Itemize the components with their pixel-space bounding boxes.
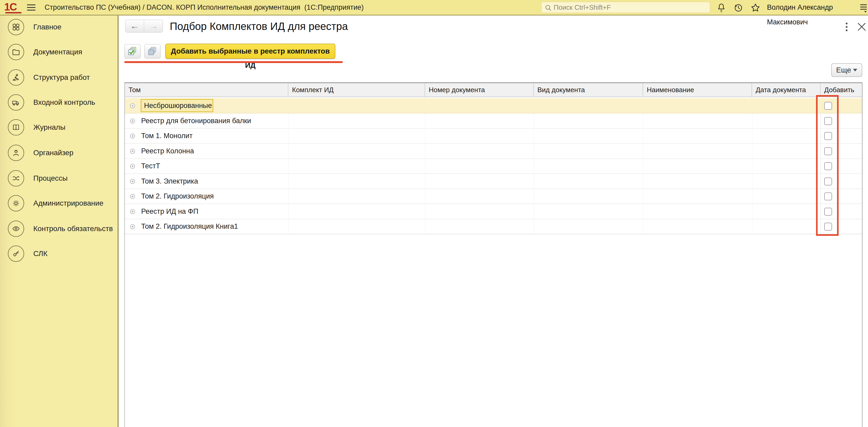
sidebar-item-label: Процессы: [33, 170, 68, 187]
tom-cell: Том 2. Гидроизоляция: [141, 189, 214, 203]
sidebar-item-processy[interactable]: Процессы: [0, 170, 118, 188]
sidebar-item-label: Органайзер: [33, 144, 73, 162]
table-row[interactable]: Несброшюрованные: [125, 98, 862, 113]
sidebar-item-glavnoe[interactable]: Главное: [0, 19, 118, 37]
sidebar-item-kontrol-obyazatelstv[interactable]: Контроль обязательств: [0, 220, 118, 238]
column-header-dobavit[interactable]: Добавить: [820, 83, 862, 97]
top-bar: 1С Строительство ПС (Учебная) / DACON. К…: [0, 0, 868, 15]
expand-plus-icon[interactable]: [129, 133, 136, 139]
key-icon: [8, 246, 24, 262]
sidebar-item-label: Структура работ: [33, 69, 90, 86]
current-user[interactable]: Володин Александр Максимович: [767, 0, 868, 15]
sidebar-item-zhurnaly[interactable]: Журналы: [0, 119, 118, 137]
more-button-label: Еще: [836, 66, 851, 74]
column-header-vid-dokumenta[interactable]: Вид документа: [534, 83, 643, 97]
sidebar-item-label: Контроль обязательств: [33, 220, 113, 237]
construction-worker-icon: [8, 69, 24, 86]
table-row[interactable]: Том 1. Монолит: [125, 129, 862, 144]
sidebar-item-administrirovanie[interactable]: Администрирование: [0, 195, 118, 213]
history-nav: ← →: [125, 20, 163, 33]
set-all-flags-button[interactable]: [124, 44, 141, 59]
gear-icon: [8, 195, 24, 211]
notifications-bell-icon[interactable]: [717, 3, 726, 13]
sidebar-item-vhodnoy-kontrol[interactable]: Входной контроль: [0, 94, 118, 112]
functions-menu-icon[interactable]: [860, 3, 867, 12]
sidebar-item-label: Документация: [33, 43, 82, 61]
table-bottom-border: [125, 234, 862, 234]
column-header-data-dokumenta[interactable]: Дата документа: [752, 83, 820, 97]
id-sets-table: Том Комплект ИД Номер документа Вид доку…: [124, 82, 863, 427]
back-button[interactable]: ←: [125, 20, 144, 32]
sidebar-item-organayzer[interactable]: Органайзер: [0, 144, 118, 163]
chevron-down-icon: [853, 69, 857, 72]
tom-cell: ТестТ: [141, 159, 160, 173]
screen: 1С Строительство ПС (Учебная) / DACON. К…: [0, 0, 868, 427]
app-title: Строительство ПС (Учебная) / DACON. КОРП…: [44, 0, 364, 15]
sidebar-item-label: СЛК: [33, 245, 48, 262]
sections-panel: Главное Документация Структура работ: [0, 16, 118, 427]
forward-button[interactable]: →: [144, 20, 163, 32]
favorites-star-icon[interactable]: [750, 3, 760, 13]
expand-plus-icon[interactable]: [129, 193, 136, 200]
tom-cell: Несброшюрованные: [144, 100, 212, 111]
history-clock-icon[interactable]: [734, 3, 743, 13]
tom-cell: Реестр Колонна: [141, 144, 194, 158]
annotation-red-box: [816, 95, 839, 236]
table-row[interactable]: Том 2. Гидроизоляция: [125, 189, 862, 204]
open-book-icon: [8, 119, 24, 136]
sidebar-item-label: Главное: [33, 19, 61, 36]
column-header-komplekt-id[interactable]: Комплект ИД: [288, 83, 425, 97]
sidebar-item-label: Журналы: [33, 119, 65, 136]
table-row[interactable]: Том 3. Электрика: [125, 174, 862, 189]
search-icon: [544, 4, 553, 12]
close-icon[interactable]: [856, 21, 867, 33]
focused-cell[interactable]: Несброшюрованные: [141, 99, 213, 112]
tom-cell: Том 1. Монолит: [141, 129, 193, 143]
sidebar-item-label: Администрирование: [33, 195, 103, 212]
search-input[interactable]: [554, 2, 706, 12]
sidebar-item-label: Входной контроль: [33, 94, 95, 111]
sidebar-item-struktura-rabot[interactable]: Структура работ: [0, 69, 118, 87]
folder-icon: [8, 44, 24, 60]
expand-plus-icon[interactable]: [129, 118, 136, 124]
table-header: Том Комплект ИД Номер документа Вид доку…: [125, 83, 862, 97]
1c-logo-underline: [5, 12, 22, 13]
expand-plus-icon[interactable]: [129, 224, 136, 230]
1c-logo-icon[interactable]: 1С: [4, 1, 23, 13]
column-header-naimenovanie[interactable]: Наименование: [643, 83, 752, 97]
table-row[interactable]: ТестТ: [125, 159, 862, 174]
eye-icon: [8, 221, 24, 237]
tom-cell: Том 3. Электрика: [141, 174, 198, 189]
sidebar-divider: [118, 16, 119, 427]
truck-icon: [8, 94, 24, 111]
topbar-divider: [0, 15, 868, 16]
clear-all-flags-button[interactable]: [144, 44, 161, 59]
expand-plus-icon[interactable]: [129, 208, 136, 215]
annotation-red-underline: [124, 61, 343, 63]
add-selected-button[interactable]: Добавить выбранные в реестр комплектов И…: [165, 44, 335, 59]
shuffle-arrows-icon: [8, 170, 24, 187]
sidebar-item-dokumentaciya[interactable]: Документация: [0, 43, 118, 62]
1c-logo-text: 1С: [4, 1, 17, 13]
sidebar-item-slk[interactable]: СЛК: [0, 245, 118, 263]
more-menu-icon[interactable]: [844, 22, 849, 33]
more-button[interactable]: Еще: [831, 63, 862, 77]
page-title: Подбор Комплектов ИД для реестра: [170, 20, 348, 33]
expand-plus-icon[interactable]: [129, 103, 136, 109]
grid-icon: [8, 19, 24, 35]
table-row[interactable]: Реестр ИД на ФП: [125, 204, 862, 219]
expand-plus-icon[interactable]: [129, 148, 136, 154]
person-icon: [8, 145, 24, 161]
column-header-tom[interactable]: Том: [125, 83, 288, 97]
global-search: [541, 2, 710, 13]
table-row[interactable]: Том 2. Гидроизоляция Книга1: [125, 219, 862, 234]
tom-cell: Реестр для бетонирования балки: [141, 113, 251, 128]
tom-cell: Реестр ИД на ФП: [141, 204, 198, 219]
expand-plus-icon[interactable]: [129, 178, 136, 184]
main-menu-icon[interactable]: [27, 4, 35, 11]
column-header-nomer-dokumenta[interactable]: Номер документа: [425, 83, 534, 97]
expand-plus-icon[interactable]: [129, 163, 136, 169]
tom-cell: Том 2. Гидроизоляция Книга1: [141, 219, 238, 234]
table-row[interactable]: Реестр для бетонирования балки: [125, 113, 862, 129]
table-row[interactable]: Реестр Колонна: [125, 144, 862, 159]
